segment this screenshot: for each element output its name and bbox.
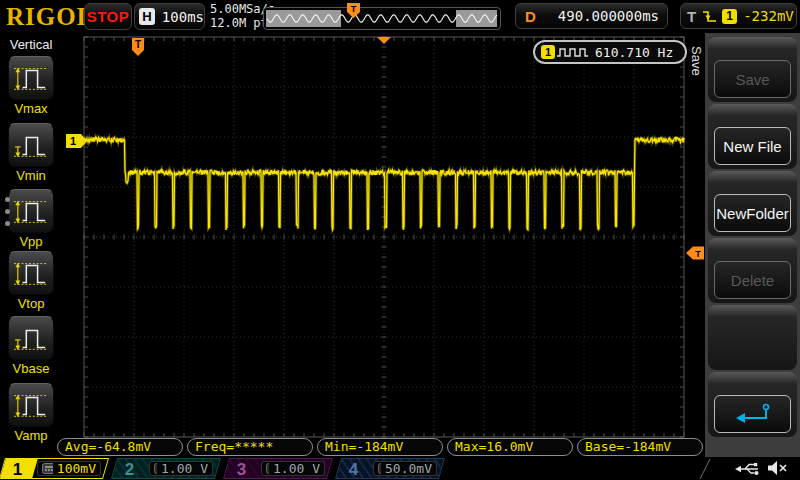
svg-text:T: T [351,4,357,14]
measure-menu-title: Vertical [0,37,62,52]
memory-position-bar[interactable] [263,7,501,30]
channel4-number: 4 [349,459,358,479]
channel3-scale: 1.00 V [273,461,320,476]
frequency-counter: 1 610.710 Hz [533,40,687,64]
vamp-button[interactable] [8,383,54,427]
menu-page-dot [5,221,10,226]
channel2-number: 2 [125,459,134,479]
trigger-level-value: -232mV [743,8,794,24]
measurement-min: Min=-184mV [317,438,443,456]
graticule-and-trace: T1T [62,33,705,457]
menu-item-vmin: Vmin [0,123,62,183]
menu-item-vmax: Vmax [0,56,62,116]
vamp-label: Vamp [0,428,62,443]
vmin-icon [12,129,50,161]
delay-value: 490.000000ms [558,8,659,24]
menu-item-vtop: Vtop [0,251,62,311]
vtop-icon [12,257,50,289]
menu-page-dot [5,197,10,202]
vtop-button[interactable] [8,251,54,295]
vpp-button[interactable] [8,189,54,233]
trigger-level-marker: T [686,247,704,260]
measurement-freq: Freq=***** [187,438,313,456]
timebase-label: H [139,8,155,25]
menu-item-vamp: Vamp [0,383,62,443]
measurement-max: Max=16.0mV [447,438,573,456]
svg-text:T: T [135,39,141,50]
right-soft-menu: Save New File NewFolder Delete [705,33,800,457]
menu-slot [708,372,797,437]
horizontal-timebase-box: H 100ms [134,3,205,30]
new-file-button[interactable]: New File [714,127,791,165]
menu-tab-label: Save [689,46,704,76]
return-arrow-icon [733,402,773,426]
rigol-logo: RIGOL [6,3,94,31]
vmin-label: Vmin [0,168,62,183]
status-divider [698,459,712,479]
menu-tab-save: Save [687,40,705,120]
return-button[interactable] [714,395,791,433]
dc-coupling-icon [378,463,381,474]
vbase-button[interactable] [8,316,54,360]
channel2-scale: 1.00 V [161,461,208,476]
menu-slot: New File [708,104,797,169]
waveform-display-area: T1T [62,33,705,457]
speaker-muted-icon [766,460,788,476]
delay-box: D 490.000000ms [515,3,668,29]
new-folder-button[interactable]: NewFolder [714,194,791,232]
vmin-button[interactable] [8,123,54,167]
channel1-number: 1 [13,459,22,479]
menu-slot: NewFolder [708,171,797,236]
vpp-icon [12,195,50,227]
trigger-label: T [687,8,696,25]
menu-page-dot [5,209,10,214]
dc-coupling-icon [154,463,157,474]
dc-coupling-icon [42,463,53,474]
channel1-scale: 100mV [57,461,96,476]
menu-slot: Save [708,37,797,102]
menu-slot: Delete [708,238,797,303]
vmax-button[interactable] [8,56,54,100]
save-button[interactable]: Save [714,60,791,98]
vmax-label: Vmax [0,101,62,116]
measurement-base: Base=-184mV [577,438,703,456]
vbase-icon [12,322,50,354]
square-wave-icon [555,44,589,60]
frequency-value: 610.710 Hz [595,45,673,60]
vmax-icon [12,62,50,94]
trigger-source-badge: 1 [722,9,737,24]
counter-source-badge: 1 [541,45,555,59]
channel3-number: 3 [237,459,246,479]
channel2-status[interactable]: 2 1.00 V [111,458,221,479]
oscilloscope-screen: RIGOL STOP H 100ms 5.00MSa/s 12.0M pts T… [0,0,800,480]
channel1-status[interactable]: 1 100mV [0,458,109,479]
run-state-badge: STOP [84,3,132,30]
falling-edge-icon [702,8,717,25]
left-measure-menu: Vertical Vmax Vmin [0,33,63,457]
usb-icon [735,461,762,476]
delete-button[interactable]: Delete [714,261,791,299]
menu-slot-empty [708,305,797,370]
vtop-label: Vtop [0,296,62,311]
measurement-avg: Avg=-64.8mV [57,438,183,456]
trigger-position-flag-icon: T [347,3,361,19]
delay-label: D [525,8,536,25]
dc-coupling-icon [266,463,269,474]
vamp-icon [12,389,50,421]
vbase-label: Vbase [0,361,62,376]
memory-waveform-preview [264,8,500,29]
channel4-status[interactable]: 4 50.0mV [335,458,445,479]
trigger-info-box: T 1 -232mV [680,3,797,29]
svg-text:T: T [695,249,701,259]
vpp-label: Vpp [0,234,62,249]
svg-text:1: 1 [70,135,76,147]
horizontal-center-marker [377,37,391,44]
menu-item-vbase: Vbase [0,316,62,376]
timebase-value: 100ms [162,9,204,25]
channel3-status[interactable]: 3 1.00 V [223,458,333,479]
channel4-scale: 50.0mV [385,461,432,476]
